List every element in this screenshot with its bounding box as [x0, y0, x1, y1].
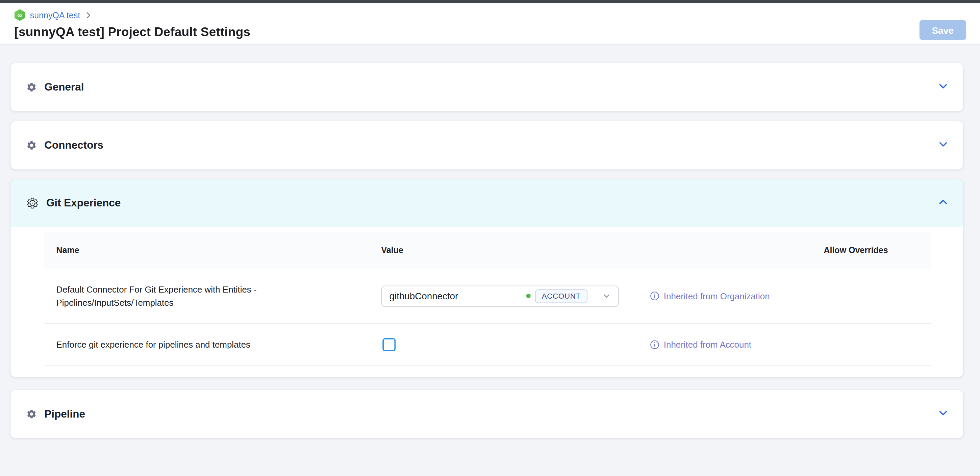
section-header-general[interactable]: General [11, 63, 963, 111]
gear-icon [26, 140, 37, 150]
settings-table-header: Name Value Allow Overrides [44, 232, 931, 269]
section-title-git-experience: Git Experience [46, 197, 938, 209]
column-header-allow-overrides: Allow Overrides [824, 232, 888, 269]
page-title: [sunnyQA test] Project Default Settings [14, 25, 966, 40]
section-header-git-experience[interactable]: </> Git Experience [11, 179, 963, 227]
section-header-pipeline[interactable]: Pipeline [11, 390, 963, 438]
column-header-value: Value [382, 232, 403, 269]
gear-icon [26, 82, 37, 92]
section-title-pipeline: Pipeline [44, 408, 938, 420]
project-hexagon-icon: ∞ [14, 9, 25, 21]
page-header: ∞ sunnyQA test [sunnyQA test] Project De… [0, 3, 980, 44]
setting-value-cell [382, 324, 396, 365]
info-icon [650, 340, 659, 349]
setting-name: Enforce git experience for pipelines and… [56, 324, 325, 365]
inherited-from-account-link[interactable]: Inherited from Account [650, 339, 751, 350]
setting-value-cell: githubConnector ACCOUNT [382, 269, 619, 323]
connector-scope-badge: ACCOUNT [535, 289, 587, 303]
section-card-pipeline: Pipeline [11, 390, 963, 438]
breadcrumb: ∞ sunnyQA test [14, 3, 966, 21]
chevron-right-icon [85, 12, 92, 19]
enforce-git-experience-checkbox[interactable] [382, 338, 396, 351]
section-card-git-experience: </> Git Experience Name Value Allow Over… [11, 179, 963, 377]
connector-status-dot [526, 294, 531, 298]
svg-text:</>: </> [30, 201, 35, 205]
save-button[interactable]: Save [920, 20, 966, 40]
section-card-general: General [11, 63, 963, 111]
chevron-down-icon [938, 408, 948, 420]
settings-sections: General Connectors [0, 44, 980, 438]
section-card-connectors: Connectors [11, 121, 963, 169]
gear-code-icon: </> [26, 197, 39, 209]
inherited-label: Inherited from Organization [664, 291, 770, 301]
column-header-name: Name [56, 232, 80, 269]
window-top-strip [0, 0, 980, 3]
chevron-up-icon [938, 197, 948, 209]
settings-table: Name Value Allow Overrides Default Conne… [44, 232, 931, 366]
project-default-settings-page: ∞ sunnyQA test [sunnyQA test] Project De… [0, 0, 980, 476]
git-experience-settings-body: Name Value Allow Overrides Default Conne… [11, 227, 963, 377]
table-row-default-connector: Default Connector For Git Experience wit… [44, 269, 931, 324]
chevron-down-icon [938, 81, 948, 94]
inherited-label: Inherited from Account [664, 339, 751, 350]
inherited-from-organization-link[interactable]: Inherited from Organization [650, 291, 770, 301]
breadcrumb-project-link[interactable]: sunnyQA test [30, 11, 80, 20]
section-title-connectors: Connectors [44, 139, 938, 152]
connector-select[interactable]: githubConnector ACCOUNT [382, 285, 619, 307]
setting-name: Default Connector For Git Experience wit… [56, 269, 325, 323]
chevron-down-icon [603, 292, 611, 300]
table-row-enforce-git-experience: Enforce git experience for pipelines and… [44, 324, 931, 366]
info-icon [650, 291, 659, 301]
chevron-down-icon [938, 139, 948, 152]
gear-icon [26, 409, 37, 419]
connector-select-value: githubConnector [390, 291, 526, 301]
section-title-general: General [44, 81, 938, 94]
section-header-connectors[interactable]: Connectors [11, 121, 963, 169]
